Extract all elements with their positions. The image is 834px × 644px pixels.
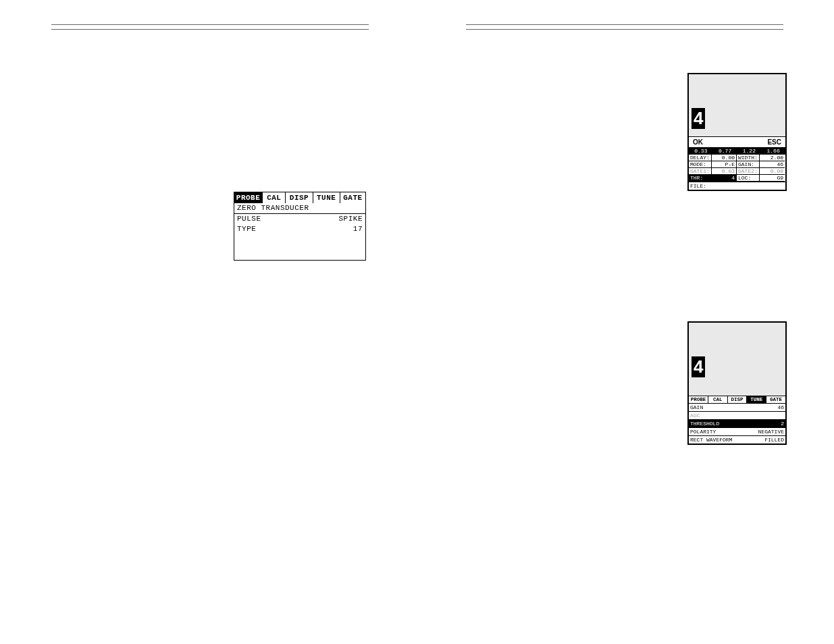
hot-value: 4 <box>712 175 737 182</box>
hot-value: G9 <box>760 175 785 182</box>
tab-cal[interactable]: CAL <box>708 396 728 403</box>
menu-row-polarity[interactable]: POLARITY NEGATIVE <box>689 427 785 435</box>
hot-value: 0.00 <box>712 155 737 161</box>
row-label: GAIN <box>690 404 703 411</box>
menu-row-pulse[interactable]: PULSE SPIKE <box>234 214 365 224</box>
ok-button[interactable]: OK <box>693 138 703 146</box>
row-value: 2 <box>781 420 784 427</box>
hot-key: GATE1: <box>689 168 712 175</box>
tab-probe[interactable]: PROBE <box>689 396 708 403</box>
ruler-tick: 0.33 <box>694 148 707 155</box>
row-label: AGC <box>690 412 700 419</box>
hot-value: 0.03 <box>712 168 737 175</box>
hotmenu-row-mode[interactable]: MODE: P-E GAIN: 46 <box>689 161 785 168</box>
hotmenu-row-delay[interactable]: DELAY: 0.00 WIDTH: 2.00 <box>689 155 785 161</box>
hot-value: 46 <box>760 161 785 168</box>
row-value: NEGATIVE <box>758 428 784 435</box>
ruler-tick: 0.77 <box>719 148 731 155</box>
ruler-tick: 1.66 <box>767 148 780 155</box>
waveform-area: 4 <box>689 323 785 396</box>
waveform-hotmenu-panel: 4 OK ESC 0.33 0.77 1.22 1.66 DELAY: 0.00… <box>687 73 787 191</box>
menu-row-gain[interactable]: GAIN 46 <box>689 403 785 411</box>
tab-disp[interactable]: DISP <box>728 396 748 403</box>
big-reading: 4 <box>692 356 705 377</box>
page-rule-left <box>51 24 369 30</box>
row-label: POLARITY <box>690 428 716 435</box>
hot-key: MODE: <box>689 161 712 168</box>
menu-row-zero[interactable]: ZERO TRANSDUCER <box>234 203 365 214</box>
page-rule-right <box>466 24 783 30</box>
hot-key: GAIN: <box>737 161 760 168</box>
tune-menu-tabrow: PROBE CAL DISP TUNE GATE <box>689 396 785 403</box>
row-value: 17 <box>353 224 363 234</box>
row-value: SPIKE <box>338 214 363 224</box>
file-row[interactable]: FILE: <box>689 182 785 190</box>
tab-disp[interactable]: DISP <box>286 192 313 203</box>
menu-row-agc[interactable]: AGC <box>689 411 785 419</box>
probe-menu-tabrow: PROBE CAL DISP TUNE GATE <box>234 192 365 203</box>
tab-tune[interactable]: TUNE <box>313 192 340 203</box>
hot-key: WIDTH: <box>737 155 760 161</box>
tab-gate[interactable]: GATE <box>766 396 785 403</box>
hot-key: THR: <box>689 175 712 182</box>
ruler-tick: 1.22 <box>743 148 756 155</box>
tab-cal[interactable]: CAL <box>263 192 286 203</box>
tab-tune[interactable]: TUNE <box>747 396 766 403</box>
menu-row-threshold[interactable]: THRESHOLD 2 <box>689 419 785 427</box>
tune-menu-panel: 4 PROBE CAL DISP TUNE GATE GAIN 46 AGC T… <box>687 321 787 445</box>
hot-key: LOC: <box>737 175 760 182</box>
row-value: 46 <box>777 404 784 411</box>
row-value: FILLED <box>764 436 784 444</box>
hotmenu-row-gate[interactable]: GATE1: 0.03 GATE2: 0.00 <box>689 168 785 175</box>
row-label: PULSE <box>237 214 261 224</box>
tab-probe[interactable]: PROBE <box>234 192 263 203</box>
hot-value: P-E <box>712 161 737 168</box>
probe-menu-panel: PROBE CAL DISP TUNE GATE ZERO TRANSDUCER… <box>234 192 366 261</box>
big-reading: 4 <box>692 108 705 129</box>
hot-key: DELAY: <box>689 155 712 161</box>
hot-key: GATE2: <box>737 168 760 175</box>
hotmenu-row-thr[interactable]: THR: 4 LOC: G9 <box>689 175 785 182</box>
tab-gate[interactable]: GATE <box>340 192 365 203</box>
row-label: TYPE <box>237 224 256 234</box>
row-label: ZERO TRANSDUCER <box>237 203 309 213</box>
hot-value: 0.00 <box>760 168 785 175</box>
menu-row-type[interactable]: TYPE 17 <box>234 224 365 234</box>
scale-ruler: 0.33 0.77 1.22 1.66 <box>689 148 785 155</box>
ok-esc-bar: OK ESC <box>689 137 785 148</box>
row-label: RECT WAVEFORM <box>690 436 732 444</box>
row-label: THRESHOLD <box>690 420 719 427</box>
esc-button[interactable]: ESC <box>767 138 781 146</box>
hot-value: 2.00 <box>760 155 785 161</box>
menu-row-rect[interactable]: RECT WAVEFORM FILLED <box>689 435 785 444</box>
waveform-area: 4 <box>689 74 785 137</box>
